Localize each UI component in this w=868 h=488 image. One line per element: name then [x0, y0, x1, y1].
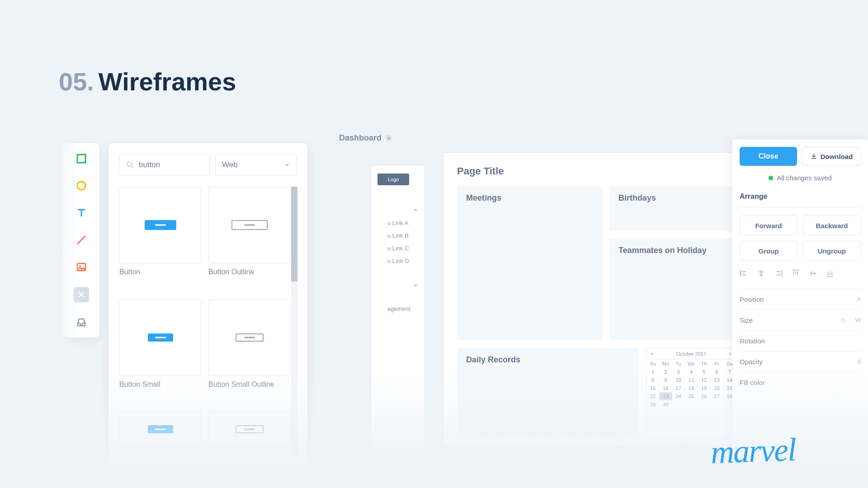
- cal-day-cell[interactable]: 24: [672, 392, 685, 400]
- align-bottom-icon[interactable]: [826, 269, 835, 278]
- menu-link[interactable]: u Link C: [387, 242, 418, 255]
- cal-day-cell[interactable]: 13: [710, 376, 723, 384]
- rectangle-tool-icon[interactable]: [74, 151, 89, 166]
- component-item-button-outline[interactable]: Button Outline: [208, 187, 290, 291]
- component-item-button-small[interactable]: Button Small: [119, 299, 201, 404]
- svg-rect-0: [77, 155, 85, 163]
- cal-day-cell[interactable]: 5: [698, 368, 710, 376]
- cal-day-cell[interactable]: 16: [659, 384, 672, 392]
- position-row: Position X: [740, 289, 861, 310]
- component-label: Button Outline: [208, 268, 290, 276]
- meetings-widget[interactable]: Meetings: [457, 186, 602, 340]
- cal-day-cell[interactable]: 26: [698, 392, 710, 400]
- canvas-area: Dashboard Logo u Link A u Link B u Link …: [307, 133, 701, 488]
- gear-icon[interactable]: [385, 135, 392, 142]
- opacity-val[interactable]: 0: [858, 358, 861, 365]
- cal-day-cell[interactable]: 25: [685, 392, 698, 400]
- cal-day-cell[interactable]: 22: [646, 392, 659, 400]
- birthdays-widget[interactable]: Birthdays: [609, 186, 736, 231]
- align-left-icon[interactable]: [740, 269, 749, 278]
- component-item-extra[interactable]: [119, 411, 201, 462]
- cal-day-cell[interactable]: 6: [710, 368, 723, 376]
- download-button[interactable]: Download: [802, 147, 861, 166]
- ungroup-button[interactable]: Ungroup: [803, 241, 861, 261]
- menu-link[interactable]: u Link B: [387, 230, 418, 242]
- calendar-widget[interactable]: October 2017 SuMoTuWeThFrSa1234567891011…: [646, 348, 736, 438]
- component-label: Button: [119, 268, 201, 276]
- cal-day-cell[interactable]: 4: [685, 368, 698, 376]
- component-item-extra[interactable]: [208, 411, 290, 462]
- size-row: Size W: [740, 310, 861, 330]
- cal-day-head: We: [685, 360, 698, 368]
- svg-point-7: [127, 162, 132, 167]
- cal-day-head: Tu: [672, 360, 685, 368]
- cal-day-cell[interactable]: 18: [685, 384, 698, 392]
- arrange-section-title: Arrange: [740, 192, 861, 207]
- cal-day-cell[interactable]: 17: [672, 384, 685, 392]
- component-item-button[interactable]: Button: [119, 187, 201, 291]
- cal-day-cell[interactable]: 12: [698, 376, 710, 384]
- position-label: Position: [740, 296, 764, 303]
- align-center-h-icon[interactable]: [757, 269, 766, 278]
- forward-button[interactable]: Forward: [740, 216, 797, 235]
- circle-tool-icon[interactable]: [74, 178, 89, 193]
- chevron-right-icon[interactable]: [728, 352, 732, 356]
- text-tool-icon[interactable]: [74, 206, 89, 220]
- component-item-button-small-outline[interactable]: Button Small Outline: [208, 299, 290, 404]
- cal-day-head: Fr: [710, 360, 723, 368]
- cal-day-cell: [685, 400, 698, 408]
- align-center-v-icon[interactable]: [808, 269, 817, 278]
- status-text: All changes saved: [777, 174, 832, 182]
- component-search-input[interactable]: button: [119, 154, 210, 176]
- fill-row: Fill color: [740, 372, 861, 393]
- cal-day-head: Mo: [659, 360, 672, 368]
- group-button[interactable]: Group: [740, 241, 797, 261]
- main-wireframe-frame[interactable]: Page Title Meetings Birthdays Teammates …: [443, 152, 750, 446]
- lock-icon[interactable]: [840, 317, 846, 324]
- cal-day-cell[interactable]: 29: [646, 400, 659, 408]
- align-right-icon[interactable]: [774, 269, 783, 278]
- opacity-label: Opacity: [740, 358, 763, 366]
- cal-day-cell[interactable]: 10: [672, 376, 685, 384]
- dropdown-value: Web: [222, 160, 238, 169]
- component-scrollbar[interactable]: [291, 187, 297, 458]
- image-tool-icon[interactable]: [74, 260, 89, 274]
- menu-link[interactable]: agement: [377, 305, 418, 312]
- align-top-icon[interactable]: [791, 269, 800, 278]
- cal-day-cell[interactable]: 30: [659, 400, 672, 408]
- cal-day-cell[interactable]: 23: [659, 392, 672, 400]
- cal-day-cell[interactable]: 1: [646, 368, 659, 376]
- inbox-tool-icon[interactable]: [74, 315, 89, 329]
- cal-day-head: Th: [698, 360, 710, 368]
- size-val[interactable]: W: [855, 317, 861, 324]
- backward-button[interactable]: Backward: [803, 216, 861, 235]
- cal-day-cell[interactable]: 27: [710, 392, 723, 400]
- rotation-row: Rotation: [740, 330, 861, 351]
- cal-day-cell[interactable]: 2: [659, 368, 672, 376]
- sidebar-wireframe[interactable]: Logo u Link A u Link B u Link C u Link D: [371, 165, 425, 450]
- menu-link[interactable]: u Link A: [387, 217, 418, 230]
- left-toolbar: [63, 143, 99, 338]
- close-button[interactable]: Close: [740, 147, 797, 166]
- cal-day-cell[interactable]: 15: [646, 384, 659, 392]
- slide-title: 05.Wireframes: [59, 67, 236, 96]
- component-label: Button Small Outline: [208, 380, 290, 389]
- teammates-widget[interactable]: Teammates on Holiday: [609, 239, 736, 340]
- cal-day-cell[interactable]: 8: [646, 376, 659, 384]
- line-tool-icon[interactable]: [74, 233, 89, 247]
- menu-accordion-toggle[interactable]: [377, 203, 418, 217]
- menu-accordion-toggle[interactable]: [377, 278, 418, 292]
- menu-link[interactable]: u Link D: [387, 255, 418, 267]
- chevron-left-icon[interactable]: [650, 352, 655, 356]
- frame-title[interactable]: Dashboard: [339, 133, 392, 143]
- search-icon: [126, 161, 134, 169]
- platform-dropdown[interactable]: Web: [215, 154, 297, 176]
- cal-day-cell[interactable]: 9: [659, 376, 672, 384]
- position-val[interactable]: X: [857, 296, 861, 303]
- cal-day-cell[interactable]: 20: [710, 384, 723, 392]
- cal-day-cell[interactable]: 3: [672, 368, 685, 376]
- cal-day-cell[interactable]: 11: [685, 376, 698, 384]
- svg-rect-10: [841, 320, 844, 322]
- daily-records-widget[interactable]: Daily Records: [457, 348, 639, 438]
- cal-day-cell[interactable]: 19: [698, 384, 710, 392]
